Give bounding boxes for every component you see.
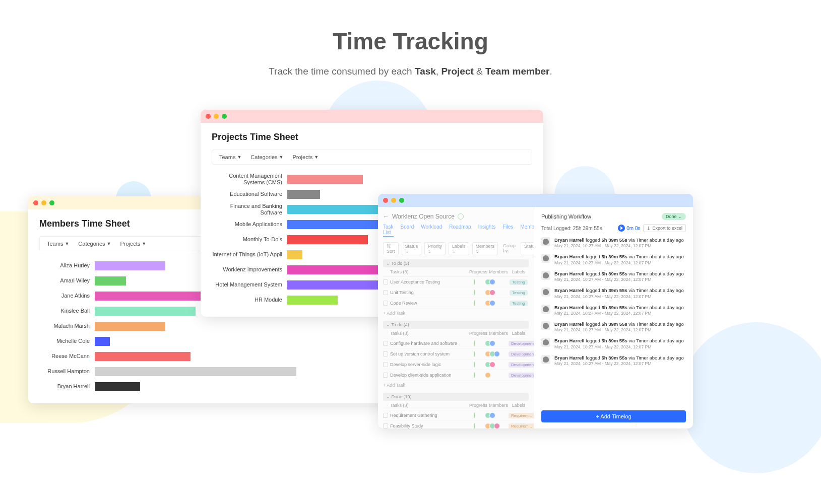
workflow-title: Publishing Workflow bbox=[541, 213, 591, 220]
tab-files[interactable]: Files bbox=[502, 224, 513, 237]
task-row[interactable]: Develop client-side applicationDevelopme… bbox=[383, 370, 529, 381]
task-row[interactable]: Develop server-side logicDevelopment bbox=[383, 359, 529, 370]
task-row[interactable]: Requirement GatheringRequirem... bbox=[383, 410, 529, 421]
section-header[interactable]: ⌄ To do (4) bbox=[383, 321, 529, 329]
breadcrumb[interactable]: ← Worklenz Open Source bbox=[383, 213, 529, 220]
maximize-icon[interactable] bbox=[49, 200, 54, 205]
add-timelog-button[interactable]: + Add Timelog bbox=[541, 410, 686, 422]
bar-fill bbox=[287, 235, 368, 244]
page-title: Time Tracking bbox=[0, 0, 821, 55]
export-excel-button[interactable]: ⤓Export to excel bbox=[643, 224, 686, 232]
task-row[interactable]: Feasibility StudyRequirem... bbox=[383, 421, 529, 428]
maximize-icon[interactable] bbox=[222, 114, 227, 119]
groupby-select[interactable]: Statu bbox=[521, 242, 534, 255]
tab-task-list[interactable]: Task List bbox=[383, 224, 394, 237]
bar-fill bbox=[287, 175, 363, 184]
bar-fill bbox=[287, 190, 320, 199]
start-timer-button[interactable]: 0m 0s bbox=[618, 225, 640, 232]
bar-label: Worklenz improvements bbox=[212, 266, 287, 273]
checkbox[interactable] bbox=[383, 351, 388, 356]
tab-members[interactable]: Members bbox=[520, 224, 534, 237]
task-name: Feasibility Study bbox=[390, 423, 462, 428]
label-tag: Testing bbox=[510, 301, 527, 306]
label-tag: Testing bbox=[510, 279, 527, 285]
labels-filter[interactable]: Labels ⌄ bbox=[449, 242, 469, 255]
maximize-icon[interactable] bbox=[399, 198, 404, 203]
filter-teams[interactable]: Teams▼ bbox=[47, 241, 69, 247]
task-name: Unit Testing bbox=[390, 290, 462, 295]
checkbox[interactable] bbox=[383, 341, 388, 346]
label-tag: Development bbox=[509, 362, 534, 368]
groupby-label: Group by: bbox=[501, 242, 518, 255]
filter-categories[interactable]: Categories▼ bbox=[250, 154, 283, 160]
caret-down-icon: ▼ bbox=[142, 241, 146, 246]
bar-label: Amari Wiley bbox=[39, 277, 95, 284]
add-task-button[interactable]: + Add Task bbox=[383, 381, 529, 390]
tab-board[interactable]: Board bbox=[401, 224, 414, 237]
tab-roadmap[interactable]: Roadmap bbox=[449, 224, 471, 237]
task-row[interactable]: User Acceptance TestingTesting bbox=[383, 277, 529, 287]
task-name: Develop server-side logic bbox=[390, 362, 462, 367]
sort-button[interactable]: ⇅ Sort bbox=[383, 242, 399, 255]
status-badge[interactable]: Done ⌄ bbox=[662, 213, 686, 220]
caret-down-icon: ▼ bbox=[107, 241, 111, 246]
filter-projects[interactable]: Projects▼ bbox=[292, 154, 319, 160]
table-header: Tasks (8)ProgressMembersLabels bbox=[383, 267, 529, 277]
table-header: Tasks (8)ProgressMembersLabels bbox=[383, 329, 529, 338]
checkbox[interactable] bbox=[383, 423, 388, 428]
task-row[interactable]: Code ReviewTesting bbox=[383, 298, 529, 309]
bar-label: Educational Software bbox=[212, 191, 287, 197]
checkbox[interactable] bbox=[383, 373, 388, 378]
bar-label: HR Module bbox=[212, 297, 287, 303]
checkbox[interactable] bbox=[383, 413, 388, 418]
section-header[interactable]: ⌄ To do (3) bbox=[383, 259, 529, 267]
bar-label: Aliza Hurley bbox=[39, 262, 95, 269]
status-filter[interactable]: Status ⌄ bbox=[402, 242, 422, 255]
task-row[interactable]: Unit TestingTesting bbox=[383, 287, 529, 298]
task-row[interactable]: Configure hardware and softwareDevelopme… bbox=[383, 338, 529, 349]
filter-teams[interactable]: Teams▼ bbox=[219, 154, 241, 160]
minimize-icon[interactable] bbox=[41, 200, 46, 205]
tab-workload[interactable]: Workload bbox=[421, 224, 442, 237]
label-tag: Testing bbox=[510, 290, 527, 296]
task-name: Develop client-side application bbox=[390, 373, 462, 378]
close-icon[interactable] bbox=[383, 198, 388, 203]
tabs: Task ListBoardWorkloadRoadmapInsightsFil… bbox=[383, 224, 529, 237]
priority-filter[interactable]: Priority ⌄ bbox=[424, 242, 446, 255]
bar-label: Bryan Harrell bbox=[39, 383, 95, 390]
caret-down-icon: ▼ bbox=[314, 155, 319, 160]
bar-label: Jane Atkins bbox=[39, 293, 95, 299]
checkbox[interactable] bbox=[383, 301, 388, 306]
members-filter[interactable]: Members ⌄ bbox=[472, 242, 498, 255]
bar-fill bbox=[95, 307, 196, 316]
checkbox[interactable] bbox=[383, 279, 388, 284]
bar-fill bbox=[95, 337, 110, 346]
bar-row: Michelle Cole bbox=[39, 334, 380, 349]
minimize-icon[interactable] bbox=[214, 114, 219, 119]
back-arrow-icon[interactable]: ← bbox=[383, 213, 389, 220]
minimize-icon[interactable] bbox=[391, 198, 396, 203]
avatar bbox=[541, 271, 550, 280]
checkbox[interactable] bbox=[383, 290, 388, 295]
avatar bbox=[541, 305, 550, 314]
bar-row: Bryan Harrell bbox=[39, 379, 380, 394]
caret-down-icon: ▼ bbox=[65, 241, 69, 246]
avatar bbox=[541, 321, 550, 330]
bar-label: Content Management Systems (CMS) bbox=[212, 173, 287, 186]
close-icon[interactable] bbox=[33, 200, 38, 205]
filter-categories[interactable]: Categories▼ bbox=[78, 241, 111, 247]
bar-label: Hotel Management System bbox=[212, 281, 287, 288]
filter-projects[interactable]: Projects▼ bbox=[120, 241, 146, 247]
avatar bbox=[485, 372, 491, 378]
filter-bar: Teams▼ Categories▼ Projects▼ bbox=[212, 150, 532, 165]
add-task-button[interactable]: + Add Task bbox=[383, 309, 529, 318]
task-row[interactable]: Set up version control systemDevelopment bbox=[383, 349, 529, 359]
checkbox[interactable] bbox=[383, 362, 388, 367]
label-tag: Development bbox=[509, 351, 534, 357]
section-header[interactable]: ⌄ Done (10) bbox=[383, 393, 529, 401]
progress-icon bbox=[474, 412, 475, 418]
avatar bbox=[489, 340, 495, 346]
timelog-pane: Publishing Workflow Done ⌄ Total Logged:… bbox=[534, 207, 693, 428]
close-icon[interactable] bbox=[206, 114, 211, 119]
tab-insights[interactable]: Insights bbox=[478, 224, 495, 237]
